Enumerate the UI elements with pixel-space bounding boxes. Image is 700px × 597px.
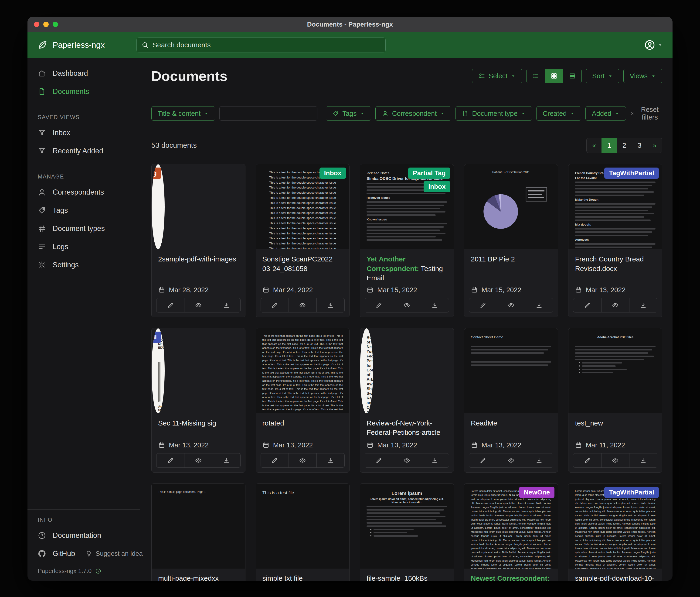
view-button[interactable] xyxy=(393,298,421,312)
edit-button[interactable] xyxy=(365,453,393,468)
created-filter-button[interactable]: Created xyxy=(536,106,581,121)
sidebar-item-correspondents[interactable]: Correspondents xyxy=(27,183,140,201)
document-title[interactable]: Newest Correspondent: f_combineds xyxy=(471,574,551,581)
document-title[interactable]: rotated xyxy=(262,419,343,428)
document-thumbnail[interactable]: Lorem ipsumLorem ipsum dolor sit amet, c… xyxy=(360,483,454,569)
views-button[interactable]: Views xyxy=(623,69,662,83)
document-title[interactable]: Yet Another Correspondent: Testing Email xyxy=(367,255,447,283)
tag-badge[interactable]: Partial Tag xyxy=(408,168,450,179)
document-thumbnail[interactable]: This is a test file. xyxy=(256,483,350,569)
tag-badge[interactable]: Inbox xyxy=(424,181,450,192)
document-title[interactable]: test_new xyxy=(575,419,655,428)
document-title[interactable]: 2011 BP Pie 2 xyxy=(471,255,551,264)
document-thumbnail[interactable]: Another Sample Tag xyxy=(152,164,165,249)
view-button[interactable] xyxy=(393,453,421,468)
download-button[interactable] xyxy=(629,453,657,468)
document-title[interactable]: sample-pdf-download-10-mb-longer-title xyxy=(575,574,655,581)
document-thumbnail[interactable]: Adobe Acrobat PDF Files xyxy=(569,328,662,413)
correspondent-link[interactable]: Newest Correspondent: xyxy=(471,574,550,581)
document-title[interactable]: 2sample-pdf-with-images xyxy=(158,255,239,264)
sidebar-item-documents[interactable]: Documents xyxy=(27,82,140,101)
edit-button[interactable] xyxy=(469,298,497,312)
download-button[interactable] xyxy=(421,298,449,312)
sidebar-item-inbox[interactable]: Inbox xyxy=(27,124,140,142)
pagination-page-3[interactable]: 3 xyxy=(632,138,647,153)
correspondent-link[interactable]: Yet Another Correspondent: xyxy=(367,255,419,272)
grid-view-button[interactable] xyxy=(545,69,563,83)
sidebar-item-tags[interactable]: Tags xyxy=(27,201,140,219)
pagination-next-button[interactable]: » xyxy=(647,138,662,153)
document-title[interactable]: file-sample_150kBs xyxy=(367,574,447,581)
document-thumbnail[interactable]: Patient BP Distribution 2011 xyxy=(464,164,558,249)
tag-badge[interactable]: Inbox xyxy=(320,168,346,179)
view-button[interactable] xyxy=(289,453,317,468)
reset-filters-button[interactable]: Reset filters xyxy=(630,106,662,121)
document-thumbnail[interactable]: 11. CONTINUING MEDICAL EDUCAAttestation … xyxy=(152,328,165,413)
sidebar-item-documentation[interactable]: Documentation xyxy=(27,526,140,545)
filter-text-input[interactable] xyxy=(219,106,317,121)
document-thumbnail[interactable]: Contact Sheet Demo xyxy=(464,328,558,413)
document-thumbnail[interactable]: This is a test for the double space char… xyxy=(256,164,350,249)
tag-badge[interactable]: Another Sample Tag xyxy=(152,168,161,179)
edit-button[interactable] xyxy=(573,453,601,468)
download-button[interactable] xyxy=(317,298,345,312)
download-button[interactable] xyxy=(421,453,449,468)
document-title[interactable]: ReadMe xyxy=(471,419,551,428)
sidebar-item-settings[interactable]: Settings xyxy=(27,256,140,274)
pagination-page-1[interactable]: 1 xyxy=(601,138,617,153)
download-button[interactable] xyxy=(317,453,345,468)
document-thumbnail[interactable]: Lorem ipsum dolor sit amet, consectetur … xyxy=(464,483,558,569)
view-button[interactable] xyxy=(184,453,212,468)
document-title[interactable]: Review-of-New-York-Federal-Petitions-art… xyxy=(367,419,447,437)
sidebar-item-github[interactable]: GitHub xyxy=(27,545,75,563)
document-type-filter-button[interactable]: Document type xyxy=(455,106,532,121)
sidebar-item-recently-added[interactable]: Recently Added xyxy=(27,142,140,160)
download-button[interactable] xyxy=(629,298,657,312)
sidebar-item-document-types[interactable]: Document types xyxy=(27,219,140,238)
document-thumbnail[interactable]: Lorem ipsum dolor sit amet, consectetur … xyxy=(569,483,662,569)
pagination-page-2[interactable]: 2 xyxy=(617,138,632,153)
edit-button[interactable] xyxy=(156,453,184,468)
sidebar-item-logs[interactable]: Logs xyxy=(27,238,140,256)
tag-badge[interactable]: TagWithPartial xyxy=(152,332,161,343)
document-title[interactable]: Sec 11-Missing sig xyxy=(158,419,239,428)
download-button[interactable] xyxy=(525,453,553,468)
title-content-dropdown[interactable]: Title & content xyxy=(151,106,215,121)
tag-badge[interactable]: NewOne xyxy=(519,487,554,498)
zoom-window-button[interactable] xyxy=(53,22,58,27)
document-title[interactable]: French Country Bread Revised.docx xyxy=(575,255,655,273)
document-title[interactable]: Sonstige ScanPC2022 03-24_081058 xyxy=(262,255,343,273)
pagination-prev-button[interactable]: « xyxy=(586,138,602,153)
document-title[interactable]: simple txt file xyxy=(262,574,343,581)
user-menu[interactable] xyxy=(644,39,663,51)
search-input[interactable] xyxy=(152,41,381,49)
view-button[interactable] xyxy=(497,453,525,468)
tags-filter-button[interactable]: Tags xyxy=(326,106,371,121)
document-thumbnail[interactable]: Review of New York Federal Petitions for… xyxy=(360,328,373,413)
suggest-idea-link[interactable]: Suggest an idea xyxy=(85,550,143,557)
download-button[interactable] xyxy=(212,298,240,312)
app-brand[interactable]: Paperless-ngx xyxy=(37,40,105,50)
download-button[interactable] xyxy=(212,453,240,468)
document-thumbnail[interactable]: French Country BreadFor the Levain:Make … xyxy=(569,164,662,249)
edit-button[interactable] xyxy=(573,298,601,312)
edit-button[interactable] xyxy=(156,298,184,312)
edit-button[interactable] xyxy=(260,453,289,468)
tag-badge[interactable]: TagWithPartial xyxy=(604,168,659,179)
view-button[interactable] xyxy=(601,298,629,312)
view-button[interactable] xyxy=(497,298,525,312)
sidebar-item-dashboard[interactable]: Dashboard xyxy=(27,64,140,82)
added-filter-button[interactable]: Added xyxy=(585,106,626,121)
info-circle-icon[interactable] xyxy=(95,568,101,574)
list-view-button[interactable] xyxy=(526,69,545,83)
edit-button[interactable] xyxy=(365,298,393,312)
document-thumbnail[interactable]: Release NotesSimba ODBC Driver for SQL S… xyxy=(360,164,454,249)
tag-badge[interactable]: TagWithPartial xyxy=(604,487,659,498)
view-button[interactable] xyxy=(601,453,629,468)
sort-button[interactable]: Sort xyxy=(586,69,619,83)
view-button[interactable] xyxy=(289,298,317,312)
correspondent-filter-button[interactable]: Correspondent xyxy=(375,106,451,121)
document-title[interactable]: multi-page-mixedxx xyxy=(158,574,239,581)
document-thumbnail[interactable]: This is a multi page document. Page 1. xyxy=(152,483,245,569)
view-button[interactable] xyxy=(184,298,212,312)
